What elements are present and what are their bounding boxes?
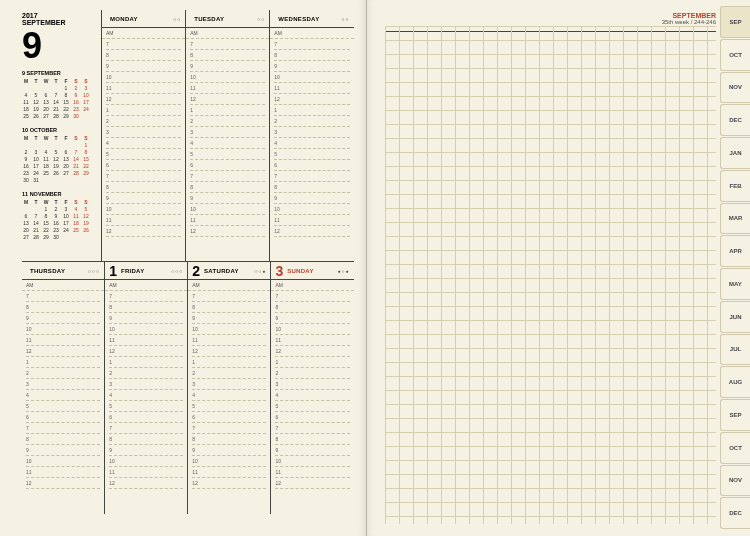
am-label: AM [270,28,353,39]
hour-lines[interactable]: 789101112123456789101112 [102,39,185,261]
hour-label: 10 [275,458,283,464]
hour-label: 10 [192,458,200,464]
hour-label: 12 [190,96,198,102]
hour-label: 7 [26,293,34,299]
hour-label: 3 [106,129,114,135]
hour-label: 7 [192,425,200,431]
hour-label: 5 [274,151,282,157]
hour-label: 6 [274,162,282,168]
month-tab-jan-4[interactable]: JAN [720,137,750,169]
day-column[interactable]: 2SATURDAY○○●AM789101112123456789101112 [188,262,271,514]
grid-notes-area[interactable] [385,26,717,524]
hour-label: 7 [190,41,198,47]
mini-calendar: 11 NOVEMBERMTWTFSS1234567891011121314151… [22,191,97,240]
month-tab-mar-6[interactable]: MAR [720,203,750,235]
month-tab-aug-11[interactable]: AUG [720,366,750,398]
hour-label: 9 [109,315,117,321]
am-label: AM [102,28,185,39]
month-tab-oct-13[interactable]: OCT [720,432,750,464]
month-tab-dec-3[interactable]: DEC [720,104,750,136]
hour-label: 4 [192,392,200,398]
day-header: 3SUNDAY●○● [271,262,353,280]
hour-label: 7 [274,173,282,179]
hour-label: 8 [109,436,117,442]
day-header: 1FRIDAY○○○ [105,262,187,280]
month-tab-dec-15[interactable]: DEC [720,497,750,529]
hour-label: 11 [26,469,34,475]
day-dots: ○○○ [171,268,183,274]
right-page: SEPTEMBER 35th week / 244-246 [367,0,751,536]
hour-lines[interactable]: 789101112123456789101112 [270,39,353,261]
hour-label: 8 [106,52,114,58]
hour-label: 9 [274,195,282,201]
hour-label: 1 [192,359,200,365]
hour-label: 9 [275,447,283,453]
hour-label: 11 [192,337,200,343]
day-dots: ○○● [254,268,266,274]
day-name: SUNDAY [287,268,314,274]
mini-cal-title: 10 OCTOBER [22,127,97,133]
month-tab-nov-2[interactable]: NOV [720,72,750,104]
hour-label: 2 [274,118,282,124]
hour-label: 12 [274,228,282,234]
hour-label: 2 [106,118,114,124]
hour-label: 12 [275,348,283,354]
day-column[interactable]: 1FRIDAY○○○AM789101112123456789101112 [105,262,188,514]
day-dots: ○○ [341,16,349,22]
hour-label: 11 [190,85,198,91]
hour-label: 1 [109,359,117,365]
hour-label: 4 [190,140,198,146]
day-header: THURSDAY○○○ [22,262,104,280]
month-tab-sep-12[interactable]: SEP [720,399,750,431]
hour-label: 8 [192,304,200,310]
hour-label: 5 [106,151,114,157]
hour-label: 7 [192,293,200,299]
hour-label: 6 [106,162,114,168]
day-column[interactable]: WEDNESDAY○○AM789101112123456789101112 [270,10,353,261]
hour-lines[interactable]: 789101112123456789101112 [22,291,104,514]
hour-label: 12 [192,480,200,486]
mini-cal-grid: MTWTFSS123456789101112131415161718192021… [22,199,97,240]
mini-cal-grid: MTWTFSS123456789101112131415161718192021… [22,135,97,183]
day-header: MONDAY○○ [102,10,185,28]
hour-label: 7 [275,425,283,431]
day-column[interactable]: MONDAY○○AM789101112123456789101112 [102,10,186,261]
hour-label: 7 [106,173,114,179]
month-tab-nov-14[interactable]: NOV [720,465,750,497]
hour-label: 12 [26,480,34,486]
hour-label: 7 [109,425,117,431]
hour-label: 12 [26,348,34,354]
month-tab-apr-7[interactable]: APR [720,235,750,267]
right-month: SEPTEMBER [662,12,716,19]
month-tab-jul-10[interactable]: JUL [720,334,750,366]
day-column[interactable]: 3SUNDAY●○●AM789101112123456789101112 [271,262,353,514]
hour-label: 1 [274,107,282,113]
hour-label: 9 [106,195,114,201]
mini-cal-grid: MTWTFSS123456789101112131415161718192021… [22,78,97,119]
hour-label: 10 [275,326,283,332]
hour-label: 4 [109,392,117,398]
hour-label: 8 [192,436,200,442]
day-dots: ●○● [337,268,349,274]
month-tab-oct-1[interactable]: OCT [720,39,750,71]
hour-label: 11 [275,469,283,475]
bottom-row: THURSDAY○○○AM7891011121234567891011121FR… [22,262,354,514]
month-tab-sep-0[interactable]: SEP [720,6,750,38]
hour-label: 10 [26,326,34,332]
month-tab-may-8[interactable]: MAY [720,268,750,300]
month-tab-feb-5[interactable]: FEB [720,170,750,202]
hour-lines[interactable]: 789101112123456789101112 [105,291,187,514]
hour-lines[interactable]: 789101112123456789101112 [186,39,269,261]
day-column[interactable]: TUESDAY○○AM789101112123456789101112 [186,10,270,261]
planner-spread: 2017 SEPTEMBER 9 9 SEPTEMBERMTWTFSS12345… [0,0,750,536]
day-column[interactable]: THURSDAY○○○AM789101112123456789101112 [22,262,105,514]
hour-lines[interactable]: 789101112123456789101112 [188,291,270,514]
month-tab-jun-9[interactable]: JUN [720,301,750,333]
hour-lines[interactable]: 789101112123456789101112 [271,291,353,514]
hour-label: 1 [106,107,114,113]
hour-label: 10 [106,206,114,212]
hour-label: 9 [26,447,34,453]
hour-label: 8 [274,52,282,58]
hour-label: 3 [190,129,198,135]
hour-label: 1 [26,359,34,365]
